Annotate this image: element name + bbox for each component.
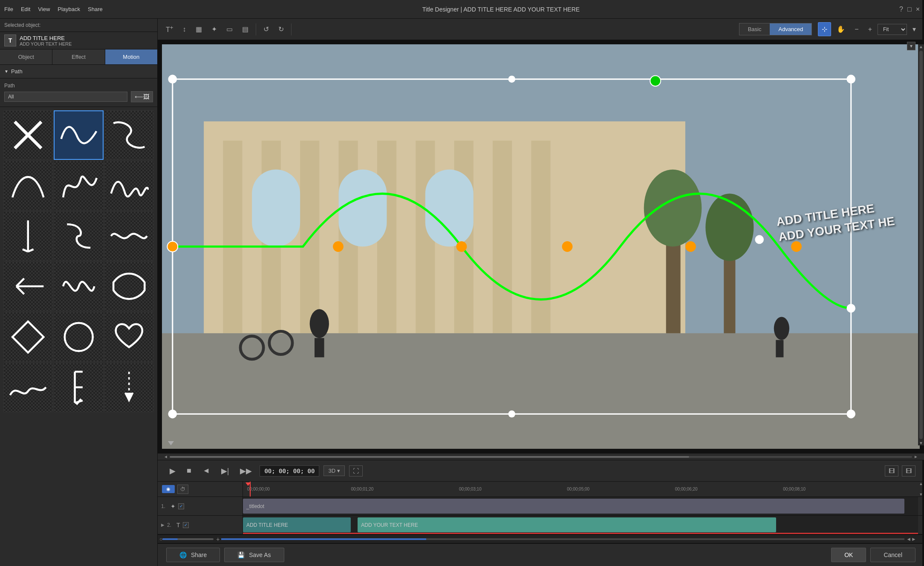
hscroll-left-arrow[interactable]: ◄ (164, 454, 168, 459)
grid-tool[interactable]: ▦ (192, 22, 206, 36)
more-options-button[interactable]: ▾ (909, 22, 920, 36)
text-tool[interactable]: T+ (162, 21, 177, 37)
play-button[interactable]: ▶ (166, 465, 179, 477)
step-forward-button[interactable]: ▶| (218, 465, 233, 477)
box-tool[interactable]: ▭ (222, 22, 237, 36)
tab-effect[interactable]: Effect (52, 49, 105, 64)
pattern-wave2[interactable] (104, 211, 154, 261)
fullscreen-button[interactable]: ⛶ (349, 465, 363, 476)
svg-point-26 (705, 193, 754, 261)
pattern-squiggle[interactable] (54, 262, 103, 311)
share-button[interactable]: 🌐 Share (166, 548, 220, 562)
zoom-fit-select[interactable]: Fit 50% 100% 200% (878, 24, 907, 35)
3d-mode-button[interactable]: 3D ▾ (323, 465, 344, 476)
effects-tool[interactable]: ✦ (208, 22, 221, 36)
help-button[interactable]: ? (899, 6, 903, 13)
preview-viewport[interactable]: ADD TITLE HERE ADD YOUR TEXT HE ▲ ▼ (158, 40, 924, 453)
row-1-checkbox[interactable]: ✓ (178, 503, 184, 509)
film-strip-button-1[interactable]: 🎞 (885, 465, 898, 476)
menu-edit[interactable]: Edit (21, 6, 30, 12)
tab-object[interactable]: Object (0, 49, 52, 64)
ok-button[interactable]: OK (831, 548, 866, 562)
pattern-s-bend[interactable] (54, 211, 103, 261)
vscroll-down-arrow[interactable]: ▼ (919, 441, 923, 445)
tl-audio-scrub[interactable] (162, 538, 214, 540)
path-select[interactable]: All (4, 92, 127, 102)
path-load-button[interactable]: ⟵🖼 (131, 91, 153, 102)
playhead-triangle (168, 441, 174, 445)
pattern-m-wave[interactable] (104, 161, 154, 210)
svg-point-27 (310, 309, 329, 338)
tab-motion[interactable]: Motion (105, 49, 157, 64)
row-2-expand[interactable]: ▶ (161, 523, 165, 527)
vscroll-thumb[interactable] (919, 51, 923, 439)
timeline-controls: ▶ ■ ◄ ▶| ▶▶ 00; 00; 00; 00 3D ▾ ⛶ 🎞 🎞 (158, 460, 924, 481)
tl-circle-btn[interactable]: ○ (159, 536, 162, 542)
hscroll-right-arrow[interactable]: ► (914, 454, 918, 459)
object-title-text: ADD TITLE HERE (20, 35, 72, 41)
clip-your-text[interactable]: ADD YOUR TEXT HERE (358, 517, 776, 532)
pattern-wave3[interactable] (3, 363, 53, 412)
fast-forward-button[interactable]: ▶▶ (237, 465, 255, 477)
pattern-zigzag[interactable] (54, 161, 103, 210)
save-as-button[interactable]: 💾 Save As (224, 548, 284, 562)
hscroll-track[interactable] (170, 456, 912, 458)
zoom-out-tool[interactable]: − (851, 23, 862, 36)
row-2-checkbox[interactable]: ✓ (183, 522, 189, 528)
svg-rect-30 (776, 340, 783, 358)
undo-tool[interactable]: ↺ (260, 22, 273, 36)
film-strip-button-2[interactable]: 🎞 (902, 465, 915, 476)
pattern-circle[interactable] (54, 312, 103, 361)
clip-title-here[interactable]: ADD TITLE HERE (243, 517, 351, 532)
redo-tool[interactable]: ↻ (274, 22, 288, 36)
pattern-bracket[interactable] (54, 363, 103, 412)
hand-tool[interactable]: ✋ (833, 22, 849, 36)
tl-left-arrow[interactable]: ◄ (906, 536, 911, 542)
pattern-heart[interactable] (104, 312, 154, 361)
pattern-left-arrow[interactable] (3, 262, 53, 311)
svg-rect-10 (223, 141, 242, 333)
timeline-row-1-content[interactable]: _titledot (243, 497, 918, 515)
zoom-in-tool[interactable]: + (864, 23, 876, 36)
timeline-eye-button[interactable]: ◉ (162, 485, 175, 493)
path-section-header[interactable]: ▼ Path (0, 65, 157, 78)
timeline-row-2-content[interactable]: ADD TITLE HERE ADD YOUR TEXT HERE (243, 516, 918, 534)
menu-share[interactable]: Share (88, 6, 103, 12)
rewind-button[interactable]: ◄ (199, 465, 214, 477)
transform-tool[interactable]: ↕ (179, 23, 190, 36)
menu-file[interactable]: File (4, 6, 13, 12)
cancel-button[interactable]: Cancel (870, 548, 915, 562)
panel-content: ▼ Path Path All ⟵🖼 (0, 65, 157, 566)
row-2-underline (243, 533, 918, 534)
svg-rect-22 (162, 333, 920, 449)
stop-button[interactable]: ■ (183, 465, 195, 477)
pattern-vertical[interactable] (3, 211, 53, 261)
window-controls: ? □ × (899, 6, 920, 13)
pattern-dots[interactable] (104, 363, 154, 412)
pattern-diamond[interactable] (3, 312, 53, 361)
close-button[interactable]: × (916, 6, 920, 13)
preview-vscroll[interactable]: ▲ ▼ (918, 44, 924, 445)
mode-basic-button[interactable]: Basic (739, 23, 770, 35)
pattern-none[interactable] (3, 110, 53, 160)
svg-rect-21 (425, 170, 474, 247)
menu-playback[interactable]: Playback (58, 6, 80, 12)
expand-preview-button[interactable]: ▾ (907, 42, 915, 50)
timeline-clock-icon[interactable]: ⏱ (177, 485, 188, 494)
pattern-s-curve[interactable] (104, 110, 154, 160)
pattern-wave[interactable] (54, 110, 103, 160)
pattern-long-arrow[interactable] (104, 262, 154, 311)
tl-right-arrow[interactable]: ► (911, 536, 916, 542)
menu-view[interactable]: View (38, 6, 50, 12)
right-panel: T+ ↕ ▦ ✦ ▭ ▤ ↺ ↻ Basic Advanced ⊹ ✋ − + … (158, 19, 924, 566)
pattern-arc[interactable] (3, 161, 53, 210)
main-layout: Selected object: T ADD TITLE HERE ADD YO… (0, 19, 924, 566)
tl-add-track-button[interactable]: + (216, 536, 219, 543)
maximize-button[interactable]: □ (907, 6, 912, 13)
mode-advanced-button[interactable]: Advanced (770, 23, 811, 35)
split-tool[interactable]: ▤ (238, 22, 252, 36)
tl-hscroll-track[interactable] (221, 538, 904, 540)
vscroll-up-arrow[interactable]: ▲ (919, 44, 923, 49)
select-tool[interactable]: ⊹ (818, 22, 831, 36)
clip-titledot[interactable]: _titledot (243, 499, 904, 514)
